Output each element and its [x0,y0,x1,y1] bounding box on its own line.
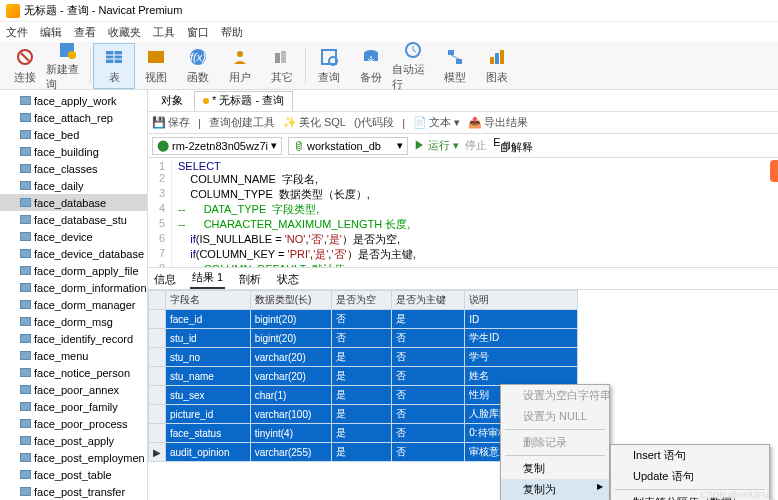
sql-editor[interactable]: 1SELECT2 COLUMN_NAME 字段名,3 COLUMN_TYPE 数… [148,158,778,268]
save-button[interactable]: 💾 保存 [152,115,190,130]
table-button[interactable]: 表 [93,43,135,89]
view-button[interactable]: 视图 [135,43,177,89]
sidebar-item[interactable]: face_dorm_manager [0,296,147,313]
sidebar-item[interactable]: face_dorm_msg [0,313,147,330]
separator [305,48,306,84]
menu-window[interactable]: 窗口 [187,25,209,40]
sidebar-item[interactable]: face_notice_person [0,364,147,381]
subtab-status[interactable]: 状态 [275,270,301,289]
ctx-copy-as[interactable]: 复制为▶ [501,479,609,500]
table-name: face_post_apply [34,435,114,447]
explain-button[interactable]: E🗐解释 [493,136,533,155]
table-name: face_poor_family [34,401,118,413]
plug-icon [14,46,36,68]
separator [90,48,91,84]
beautify-button[interactable]: ✨美化 SQL [283,115,346,130]
menu-fav[interactable]: 收藏夹 [108,25,141,40]
table-list-sidebar[interactable]: face_apply_workface_attach_repface_bedfa… [0,90,148,500]
query-builder-button[interactable]: 查询创建工具 [209,115,275,130]
menu-tools[interactable]: 工具 [153,25,175,40]
ctx-copy[interactable]: 复制 [501,458,609,479]
table-icon [20,453,31,462]
col-header[interactable]: 字段名 [166,291,251,310]
chart-button[interactable]: 图表 [476,43,518,89]
ctx-set-blank[interactable]: 设置为空白字符串 [501,385,609,406]
connect-button[interactable]: 连接 [4,43,46,89]
sidebar-item[interactable]: face_daily [0,177,147,194]
sidebar-item[interactable]: face_post_employmen [0,449,147,466]
sidebar-item[interactable]: face_attach_rep [0,109,147,126]
table-name: face_notice_person [34,367,130,379]
table-icon [20,368,31,377]
col-header[interactable]: 说明 [465,291,578,310]
autorun-button[interactable]: 自动运行 [392,43,434,89]
table-icon [20,300,31,309]
user-button[interactable]: 用户 [219,43,261,89]
stop-button[interactable]: 停止 [465,138,487,153]
ctx-update-stmt[interactable]: Update 语句 [611,466,769,487]
query-button[interactable]: 查询 [308,43,350,89]
sidebar-item[interactable]: face_dorm_information [0,279,147,296]
code-snippet-button[interactable]: ()代码段 [354,115,394,130]
menu-edit[interactable]: 编辑 [40,25,62,40]
sidebar-item[interactable]: face_poor_annex [0,381,147,398]
subtab-result[interactable]: 结果 1 [190,268,225,289]
run-button[interactable]: ▶ 运行 ▾ [414,138,459,153]
sidebar-item[interactable]: face_post_transfer [0,483,147,500]
ctx-delete[interactable]: 删除记录 [501,432,609,453]
svg-point-10 [237,51,243,57]
model-button[interactable]: 模型 [434,43,476,89]
svg-rect-22 [500,50,504,64]
sidebar-item[interactable]: face_bed [0,126,147,143]
ctx-set-null[interactable]: 设置为 NULL [501,406,609,427]
connection-bar: ⬤rm-2zetn83n05wz7i▾ 🛢workstation_db▾ ▶ 运… [148,134,778,158]
sidebar-item[interactable]: face_poor_family [0,398,147,415]
table-icon [20,96,31,105]
text-button[interactable]: 📄 文本 ▾ [413,115,460,130]
database-select[interactable]: 🛢workstation_db▾ [288,137,408,155]
function-button[interactable]: f(x)函数 [177,43,219,89]
table-row[interactable]: face_idbigint(20)否是ID [149,310,578,329]
sidebar-item[interactable]: face_device_database [0,245,147,262]
backup-button[interactable]: 备份 [350,43,392,89]
other-button[interactable]: 其它 [261,43,303,89]
table-row[interactable]: stu_idbigint(20)否否学生ID [149,329,578,348]
sidebar-item[interactable]: face_building [0,143,147,160]
other-icon [271,46,293,68]
table-icon [20,334,31,343]
subtab-profile[interactable]: 剖析 [237,270,263,289]
table-icon [20,181,31,190]
connection-select[interactable]: ⬤rm-2zetn83n05wz7i▾ [152,137,282,155]
col-header[interactable]: 是否为主键 [392,291,465,310]
sidebar-item[interactable]: face_database_stu [0,211,147,228]
ctx-insert-stmt[interactable]: Insert 语句 [611,445,769,466]
export-button[interactable]: 📤导出结果 [468,115,528,130]
sidebar-item[interactable]: face_device [0,228,147,245]
tab-query[interactable]: * 无标题 - 查询 [194,91,293,111]
sidebar-item[interactable]: face_identify_record [0,330,147,347]
subtab-info[interactable]: 信息 [152,270,178,289]
menu-file[interactable]: 文件 [6,25,28,40]
table-row[interactable]: stu_namevarchar(20)是否姓名 [149,367,578,386]
sidebar-item[interactable]: face_database [0,194,147,211]
sidebar-item[interactable]: face_menu [0,347,147,364]
col-header[interactable]: 是否为空 [331,291,392,310]
svg-point-2 [68,51,76,59]
sidebar-item[interactable]: face_dorm_apply_file [0,262,147,279]
sidebar-item[interactable]: face_post_table [0,466,147,483]
table-name: face_dorm_msg [34,316,113,328]
window-title: 无标题 - 查询 - Navicat Premium [24,3,182,18]
col-header[interactable]: 数据类型(长) [250,291,331,310]
table-name: face_attach_rep [34,112,113,124]
table-name: face_classes [34,163,98,175]
tab-objects[interactable]: 对象 [152,91,192,111]
sidebar-item[interactable]: face_post_apply [0,432,147,449]
new-query-button[interactable]: 新建查询 [46,43,88,89]
table-row[interactable]: stu_novarchar(20)是否学号 [149,348,578,367]
sidebar-item[interactable]: face_classes [0,160,147,177]
chevron-right-icon: ▶ [597,482,603,491]
menu-help[interactable]: 帮助 [221,25,243,40]
menu-view[interactable]: 查看 [74,25,96,40]
sidebar-item[interactable]: face_apply_work [0,92,147,109]
sidebar-item[interactable]: face_poor_process [0,415,147,432]
